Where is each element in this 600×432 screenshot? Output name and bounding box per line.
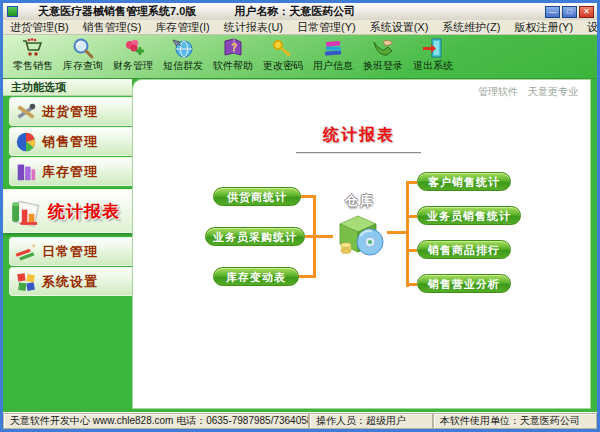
status-license-unit: 本软件使用单位：天意医药公司: [433, 413, 597, 429]
toolbar-help[interactable]: ? 软件帮助: [208, 36, 258, 73]
sidebar-header: 主功能选项: [3, 79, 132, 96]
toolbar-retail-sales[interactable]: 零售销售: [8, 36, 58, 73]
toolbar-exit-system[interactable]: 退出系统: [408, 36, 458, 73]
toolbar-sms-broadcast[interactable]: 短信群发: [158, 36, 208, 73]
books-stack-icon: [10, 160, 42, 184]
sidebar-item-sales[interactable]: 销售管理: [9, 127, 132, 156]
help-book-icon: ?: [221, 37, 245, 59]
toolbar-label: 更改密码: [263, 59, 303, 73]
sidebar-item-daily[interactable]: 日常管理: [9, 237, 132, 266]
app-icon: [7, 6, 18, 17]
app-window: 天意医疗器械销售管理系统7.0版 用户名称：天意医药公司 — □ ✕ 进货管理(…: [0, 0, 600, 432]
status-operator: 操作人员：超级用户: [309, 413, 433, 429]
menu-daily[interactable]: 日常管理(Y): [290, 20, 363, 34]
connector-line: [305, 235, 333, 238]
user-name-label: 用户名称：天意医药公司: [234, 4, 355, 19]
pie-chart-icon: [10, 130, 42, 154]
toolbar-label: 库存查询: [63, 59, 103, 73]
menu-inventory[interactable]: 库存管理(I): [148, 20, 216, 34]
toolbar-label: 退出系统: [413, 59, 453, 73]
sidebar-item-reports[interactable]: 统计报表: [3, 189, 132, 233]
report-salesman-sales-stats[interactable]: 业务员销售统计: [417, 206, 521, 225]
report-product-ranking[interactable]: 销售商品排行: [417, 240, 511, 259]
menu-maintenance[interactable]: 系统维护(Z): [435, 20, 507, 34]
blocks-icon: [10, 270, 42, 294]
minimize-button[interactable]: —: [545, 6, 560, 18]
tools-icon: [10, 100, 42, 124]
menu-sales[interactable]: 销售管理(S): [76, 20, 149, 34]
report-sales-analysis[interactable]: 销售营业分析: [417, 274, 511, 293]
title-bar: 天意医疗器械销售管理系统7.0版 用户名称：天意医药公司 — □ ✕: [3, 3, 597, 20]
content-panel: 管理软件 天意更专业 统计报表 供货商统计 业务员采购统计 库存变动表 客户销售…: [132, 79, 591, 409]
toolbar-change-password[interactable]: 更改密码: [258, 36, 308, 73]
menu-bar: 进货管理(B) 销售管理(S) 库存管理(I) 统计报表(U) 日常管理(Y) …: [3, 20, 597, 35]
key-icon: [271, 37, 295, 59]
magnifier-icon: [71, 37, 95, 59]
toolbar-label: 软件帮助: [213, 59, 253, 73]
pencils-icon: [10, 240, 42, 264]
sidebar-item-label: 进货管理: [42, 103, 98, 121]
window-title: 天意医疗器械销售管理系统7.0版: [38, 4, 196, 19]
connector-line: [409, 249, 417, 252]
menu-reports[interactable]: 统计报表(U): [217, 20, 290, 34]
toolbar-label: 换班登录: [363, 59, 403, 73]
toolbar-user-info[interactable]: 用户信息: [308, 36, 358, 73]
warehouse-cube-icon: [332, 244, 388, 261]
toolbar: 零售销售 库存查询 财务管理 短信群发 ? 软件帮助 更改密码 用户信息 换班登: [3, 35, 597, 79]
sidebar: 主功能选项 进货管理 销售管理 库存管理 统计报表 日常管理: [3, 79, 132, 412]
connector-line: [409, 215, 417, 218]
connector-line: [409, 283, 417, 286]
cart-icon: [21, 37, 45, 59]
menu-purchase[interactable]: 进货管理(B): [3, 20, 76, 34]
svg-text:?: ?: [231, 42, 237, 53]
sidebar-item-settings[interactable]: 系统设置: [9, 267, 132, 296]
menu-settings[interactable]: 系统设置(X): [363, 20, 436, 34]
warehouse-hub: 仓库: [331, 192, 389, 262]
toolbar-inventory-query[interactable]: 库存查询: [58, 36, 108, 73]
finance-icon: [121, 37, 145, 59]
sidebar-item-purchase[interactable]: 进货管理: [9, 97, 132, 126]
main-area: 主功能选项 进货管理 销售管理 库存管理 统计报表 日常管理: [3, 79, 597, 412]
toolbar-shift-login[interactable]: 换班登录: [358, 36, 408, 73]
window-controls: — □ ✕: [545, 6, 594, 18]
warehouse-label: 仓库: [331, 192, 389, 210]
close-button[interactable]: ✕: [579, 6, 594, 18]
report-inventory-change[interactable]: 库存变动表: [213, 267, 299, 286]
toolbar-label: 用户信息: [313, 59, 353, 73]
status-developer-info: 天意软件开发中心 www.chle828.com 电话：0635-7987985…: [3, 413, 309, 429]
satellite-icon: [171, 37, 195, 59]
maximize-button[interactable]: □: [562, 6, 577, 18]
toolbar-finance[interactable]: 财务管理: [108, 36, 158, 73]
sidebar-item-label: 销售管理: [42, 133, 98, 151]
report-salesman-purchase-stats[interactable]: 业务员采购统计: [205, 227, 305, 246]
toolbar-label: 短信群发: [163, 59, 203, 73]
menu-input-method[interactable]: 设置输入法(Z): [580, 20, 600, 34]
report-supplier-stats[interactable]: 供货商统计: [213, 187, 301, 206]
sidebar-item-label: 库存管理: [42, 163, 98, 181]
slogan-text: 管理软件 天意更专业: [478, 85, 578, 99]
sidebar-item-label: 系统设置: [42, 273, 98, 291]
sidebar-item-label: 统计报表: [48, 200, 120, 223]
status-bar: 天意软件开发中心 www.chle828.com 电话：0635-7987985…: [3, 412, 597, 429]
sidebar-item-inventory[interactable]: 库存管理: [9, 157, 132, 186]
title-underline: [296, 152, 421, 154]
connector-line: [409, 181, 417, 184]
connector-line: [313, 195, 316, 278]
toolbar-label: 财务管理: [113, 59, 153, 73]
handshake-icon: [371, 37, 395, 59]
page-title: 统计报表: [289, 125, 429, 146]
connector-line: [406, 181, 409, 287]
bar-chart-icon: [4, 193, 48, 229]
sidebar-item-label: 日常管理: [42, 243, 98, 261]
menu-register[interactable]: 版权注册(Y): [507, 20, 580, 34]
exit-door-icon: [421, 37, 445, 59]
report-customer-sales-stats[interactable]: 客户销售统计: [417, 172, 511, 191]
books-icon: [321, 37, 345, 59]
toolbar-label: 零售销售: [13, 59, 53, 73]
